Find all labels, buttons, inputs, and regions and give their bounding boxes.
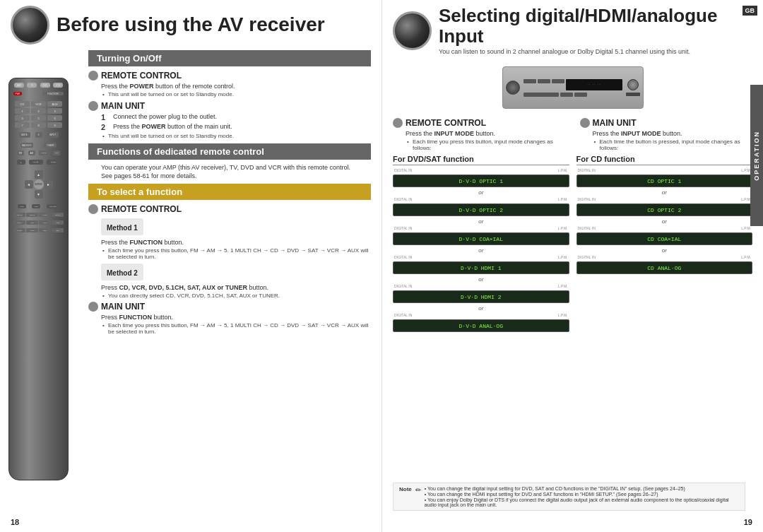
- note-line-1: • You can change the digital input setti…: [425, 486, 739, 491]
- main-content-left: Turning On/Off REMOTE CONTROL Press the …: [78, 50, 382, 335]
- mu-bullet-2: Each time you press this button, FM → AM…: [102, 322, 371, 335]
- left-page: Before using the AV receiver AMP TV DVD …: [0, 0, 382, 532]
- page-container: Before using the AV receiver AMP TV DVD …: [0, 0, 763, 532]
- lcd-cd-2-wrapper: DIGITAL IN L.P.M. CD OPTIC 2: [576, 197, 753, 216]
- receiver-panel: -- -- --: [520, 79, 626, 97]
- turning-onoff-header: Turning On/Off: [88, 50, 371, 66]
- rc-body-right: Press the INPUT MODE button.: [406, 130, 566, 137]
- receiver-image: -- -- --: [502, 66, 644, 109]
- mu-title-2: MAIN UNIT: [88, 302, 371, 312]
- rec-btn-6: [574, 93, 587, 97]
- page-number-left: 18: [11, 518, 19, 526]
- page-number-right: 19: [744, 518, 752, 526]
- receiver-bar: [626, 93, 640, 96]
- lcd-dvd-6: D·V·D ANAL·OG: [393, 319, 569, 332]
- note-pencil-icon: ✏: [415, 486, 421, 494]
- vcr-btn: VCR: [53, 83, 63, 88]
- or-3: or: [393, 247, 569, 254]
- step1: 1 Connect the power plug to the outlet.: [101, 113, 371, 122]
- note-line-3: • You can enjoy Dolby Digital or DTS if …: [425, 497, 739, 507]
- right-header-content: Selecting digital/HDMI/analogue Input Yo…: [439, 6, 752, 55]
- remote-top-buttons: AMP TV DVD VCR: [9, 78, 68, 90]
- remote-control-image: AMP TV DVD VCR PWR FUNCTION CD VCR AUX 1…: [8, 78, 76, 487]
- lcd-dvd-5: D·V·D HDMI 2: [393, 290, 569, 303]
- bullet-icon-right-1: [393, 118, 403, 128]
- lcd-dvd-4: D·V·D HDMI 1: [393, 261, 569, 274]
- rec-display: -- -- --: [566, 79, 622, 90]
- rc-body-1: Press the POWER button of the remote con…: [101, 83, 371, 90]
- method1-bullet: Each time you press this button, FM → AM…: [102, 247, 371, 260]
- rc-title-1: REMOTE CONTROL: [88, 71, 371, 81]
- section2-pages: See pages 58-61 for more details.: [101, 172, 371, 179]
- method2-box: Method 2: [101, 264, 143, 280]
- rec-btn-3: [552, 79, 564, 83]
- note-content: • You can change the digital input setti…: [425, 486, 739, 507]
- mu-title-right: MAIN UNIT: [580, 118, 753, 128]
- rec-btn-4: [524, 93, 559, 97]
- mu-body-right: Press the INPUT MODE button.: [593, 130, 753, 137]
- lcd-section: For DVD/SAT function DIGITAL IN L.P.M. D…: [393, 155, 752, 334]
- step2-bullet: This unit will be turned on or set to St…: [102, 133, 371, 139]
- lcd-cd-3-wrapper: DIGITAL IN L.P.M. CD COA×IAL: [576, 226, 753, 245]
- lcd-cd-2: CD OPTIC 2: [576, 203, 753, 216]
- rc-title-right: REMOTE CONTROL: [393, 118, 566, 128]
- section2-body: You can operate your AMP (this AV receiv…: [101, 164, 371, 171]
- method2-bullet: You can directly select CD, VCR, DVD, 5.…: [102, 292, 371, 299]
- rec-btn-5: [560, 93, 573, 97]
- dvd-btn: DVD: [40, 83, 50, 88]
- receiver-knob-right: [627, 79, 639, 90]
- lcd-dvd-3-wrapper: DIGITAL IN L.P.M. D·V·D COA×IAL: [393, 226, 569, 245]
- bullet-icon-3: [88, 204, 98, 214]
- amp-btn: AMP: [14, 83, 24, 88]
- lcd-cd-1: CD OPTIC 1: [576, 175, 753, 187]
- receiver-buttons-row2: [524, 93, 622, 97]
- mu-bullet-right: Each time the button is pressed, input m…: [594, 138, 753, 151]
- section2-content: You can operate your AMP (this AV receiv…: [78, 164, 382, 179]
- remote-section: REMOTE CONTROL Press the INPUT MODE butt…: [393, 114, 566, 152]
- or-5: or: [393, 305, 569, 312]
- speaker-icon: [11, 6, 49, 45]
- or-cd-2: or: [576, 218, 753, 225]
- dvd-sat-column: For DVD/SAT function DIGITAL IN L.P.M. D…: [393, 155, 569, 334]
- right-page-title: Selecting digital/HDMI/analogue Input: [439, 6, 752, 46]
- left-header: Before using the AV receiver: [0, 0, 382, 50]
- or-4: or: [393, 276, 569, 283]
- receiver-right-controls: [626, 79, 640, 96]
- method2-body: Press CD, VCR, DVD, 5.1CH, SAT, AUX or T…: [101, 284, 371, 291]
- note-area: Note ✏ • You can change the digital inpu…: [393, 483, 745, 511]
- or-2: or: [393, 218, 569, 225]
- lcd-cd-4: CD ANAL·OG: [576, 261, 753, 274]
- lcd-dvd-3: D·V·D COA×IAL: [393, 232, 569, 245]
- gb-badge: GB: [743, 6, 758, 16]
- lcd-cd-4-wrapper: DIGITAL IN L.P.M. CD ANAL·OG: [576, 255, 753, 274]
- tv-btn: TV: [27, 83, 37, 88]
- rec-btn-1: [524, 79, 536, 83]
- method1-body: Press the FUNCTION button.: [101, 239, 371, 246]
- section1-content: REMOTE CONTROL Press the POWER button of…: [78, 71, 382, 139]
- cd-column: For CD function DIGITAL IN L.P.M. CD OPT…: [576, 155, 753, 334]
- or-cd-1: or: [576, 189, 753, 196]
- lcd-dvd-6-wrapper: DIGITAL IN L.P.M. D·V·D ANAL·OG: [393, 313, 569, 332]
- note-line-2: • You can change the HDMI input setting …: [425, 492, 739, 497]
- receiver-knob: [506, 81, 520, 95]
- right-page-subtitle: You can listen to sound in 2 channel ana…: [439, 48, 752, 55]
- or-1: or: [393, 189, 569, 196]
- operation-label: OPERATION: [753, 131, 760, 181]
- lcd-dvd-4-wrapper: DIGITAL IN L.P.M. D·V·D HDMI 1: [393, 255, 569, 274]
- section3-content: REMOTE CONTROL Method 1 Press the FUNCTI…: [78, 204, 382, 335]
- functions-header: Functions of dedicated remote control: [88, 143, 371, 160]
- right-body-section: REMOTE CONTROL Press the INPUT MODE butt…: [393, 114, 752, 152]
- lcd-dvd-1: D·V·D OPTIC 1: [393, 175, 569, 187]
- operation-sidebar: OPERATION: [750, 85, 763, 226]
- bullet-icon-1: [88, 71, 98, 81]
- rec-btn-2: [538, 79, 550, 83]
- note-label: Note: [399, 486, 412, 492]
- lcd-dvd-2: D·V·D OPTIC 2: [393, 203, 569, 216]
- rc-bullet-1: This unit will be turned on or set to St…: [102, 91, 371, 97]
- bullet-icon-2: [88, 101, 98, 111]
- cd-header: For CD function: [576, 155, 753, 165]
- right-page: GB Selecting digital/HDMI/analogue Input…: [382, 0, 763, 532]
- select-function-header: To select a function: [88, 184, 371, 200]
- mu-title-1: MAIN UNIT: [88, 101, 371, 111]
- lcd-dvd-5-wrapper: DIGITAL IN L.P.M. D·V·D HDMI 2: [393, 284, 569, 303]
